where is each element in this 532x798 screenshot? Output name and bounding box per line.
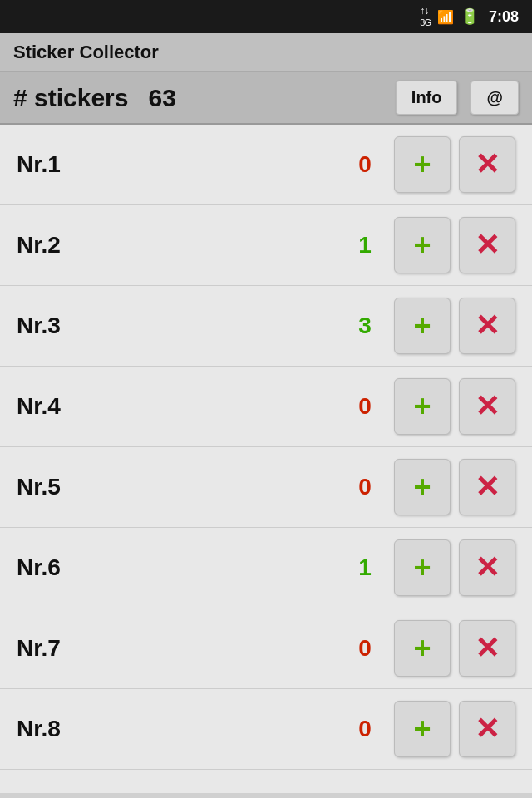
at-button[interactable]: @	[470, 81, 519, 115]
remove-sticker-button[interactable]: ✕	[459, 217, 515, 273]
sticker-count: 1	[344, 554, 386, 581]
sticker-label: Nr.3	[17, 313, 344, 339]
cross-icon: ✕	[475, 311, 500, 341]
info-button[interactable]: Info	[396, 81, 458, 115]
cross-icon: ✕	[475, 392, 500, 421]
signal-bars-icon: 📶	[437, 9, 454, 25]
sticker-list: Nr.10+✕Nr.21+✕Nr.33+✕Nr.40+✕Nr.50+✕Nr.61…	[0, 125, 532, 793]
add-sticker-button[interactable]: +	[394, 701, 451, 757]
sticker-label: Nr.8	[17, 716, 344, 742]
sticker-row: Nr.40+✕	[0, 367, 532, 447]
header-row: # stickers 63 Info @	[0, 72, 532, 125]
plus-icon: +	[413, 633, 431, 663]
sticker-row: Nr.70+✕	[0, 608, 532, 689]
plus-icon: +	[413, 472, 431, 502]
sticker-label: Nr.2	[17, 232, 344, 259]
remove-sticker-button[interactable]: ✕	[459, 620, 515, 677]
sticker-row: Nr.50+✕	[0, 447, 532, 528]
cross-icon: ✕	[475, 230, 500, 260]
sticker-count: 0	[344, 716, 386, 742]
plus-icon: +	[413, 230, 431, 260]
plus-icon: +	[413, 553, 431, 583]
sticker-count: 0	[344, 151, 386, 178]
add-sticker-button[interactable]: +	[394, 459, 451, 515]
sticker-label: Nr.7	[17, 635, 344, 662]
sticker-label: Nr.6	[17, 554, 344, 581]
add-sticker-button[interactable]: +	[394, 298, 451, 354]
cross-icon: ✕	[475, 472, 500, 502]
add-sticker-button[interactable]: +	[394, 620, 451, 677]
remove-sticker-button[interactable]: ✕	[459, 701, 515, 757]
signal-3g-icon: ↑↓3G	[420, 5, 431, 28]
plus-icon: +	[413, 714, 431, 744]
remove-sticker-button[interactable]: ✕	[459, 136, 515, 193]
sticker-count: 0	[344, 393, 386, 420]
battery-icon: 🔋	[461, 7, 479, 26]
title-bar: Sticker Collector	[0, 33, 532, 72]
cross-icon: ✕	[475, 633, 500, 663]
sticker-label: Nr.1	[17, 151, 344, 178]
status-bar: ↑↓3G 📶 🔋 7:08	[0, 0, 532, 33]
add-sticker-button[interactable]: +	[394, 136, 451, 193]
sticker-row: Nr.10+✕	[0, 125, 532, 205]
plus-icon: +	[413, 150, 431, 180]
stickers-label: # stickers	[13, 84, 128, 112]
clock: 7:08	[489, 8, 519, 26]
remove-sticker-button[interactable]: ✕	[459, 378, 515, 435]
cross-icon: ✕	[475, 553, 500, 583]
sticker-label: Nr.5	[17, 474, 344, 500]
sticker-row: Nr.80+✕	[0, 689, 532, 770]
add-sticker-button[interactable]: +	[394, 378, 451, 435]
plus-icon: +	[413, 392, 431, 421]
stickers-count: 63	[148, 84, 382, 112]
remove-sticker-button[interactable]: ✕	[459, 298, 515, 354]
cross-icon: ✕	[475, 150, 500, 180]
plus-icon: +	[413, 311, 431, 341]
sticker-count: 0	[344, 635, 386, 662]
remove-sticker-button[interactable]: ✕	[459, 539, 515, 596]
sticker-row: Nr.33+✕	[0, 286, 532, 367]
add-sticker-button[interactable]: +	[394, 217, 451, 273]
sticker-count: 3	[344, 313, 386, 339]
app-title: Sticker Collector	[13, 42, 159, 62]
sticker-row: Nr.61+✕	[0, 528, 532, 608]
sticker-row: Nr.21+✕	[0, 205, 532, 286]
sticker-count: 0	[344, 474, 386, 500]
sticker-label: Nr.4	[17, 393, 344, 420]
add-sticker-button[interactable]: +	[394, 539, 451, 596]
cross-icon: ✕	[475, 714, 500, 744]
remove-sticker-button[interactable]: ✕	[459, 459, 515, 515]
sticker-count: 1	[344, 232, 386, 259]
